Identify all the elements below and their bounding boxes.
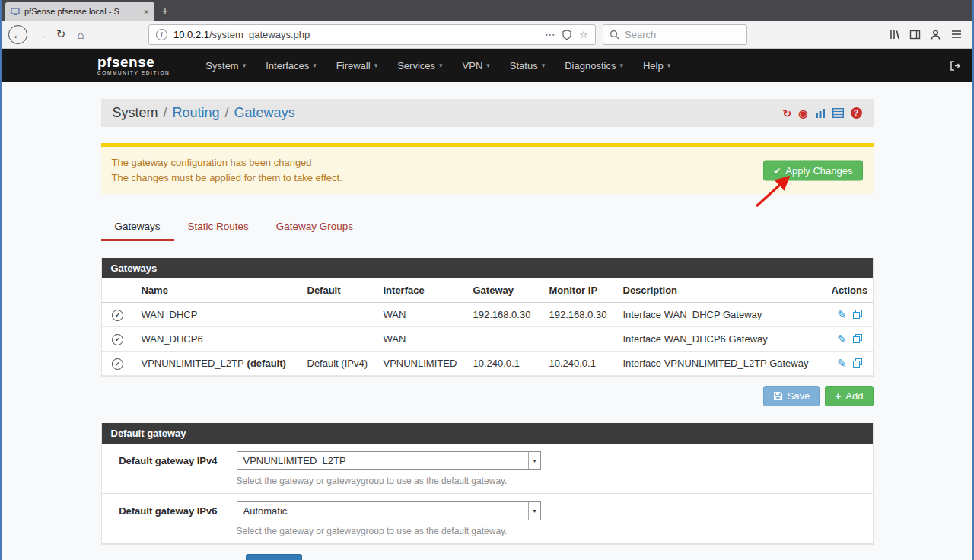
cell-interface: VPNUNLIMITED: [376, 352, 466, 376]
edit-icon[interactable]: ✎: [837, 309, 847, 320]
apply-changes-button[interactable]: ✔ Apply Changes: [763, 161, 862, 181]
copy-icon[interactable]: [853, 358, 862, 368]
ipv4-gateway-row: Default gateway IPv4 VPNUNLIMITED_L2TP ▾…: [102, 444, 873, 494]
cell-gateway: 10.240.0.1: [466, 352, 542, 376]
bookmark-star-icon[interactable]: ☆: [579, 29, 588, 40]
chevron-down-icon: ▾: [667, 62, 671, 69]
breadcrumb-gateways[interactable]: Gateways: [234, 105, 295, 121]
chevron-down-icon: ▾: [486, 62, 490, 69]
pfsense-logo-text: pfsense: [97, 55, 170, 69]
chevron-down-icon: ▾: [439, 62, 443, 69]
col-description: Description: [616, 278, 824, 303]
tab-gateway-groups[interactable]: Gateway Groups: [263, 214, 367, 241]
apply-changes-alert: The gateway configuration has been chang…: [101, 143, 874, 194]
ipv6-gateway-value: Automatic: [244, 505, 288, 517]
shield-icon[interactable]: [562, 30, 571, 40]
pfsense-logo[interactable]: pfsense COMMUNITY EDITION: [97, 55, 170, 76]
nav-item-status[interactable]: Status▾: [500, 60, 555, 72]
cell-gateway: 192.168.0.30: [466, 303, 542, 327]
cell-name: VPNUNLIMITED_L2TP(default): [134, 352, 300, 376]
url-host: 10.0.2.1: [173, 29, 209, 40]
forward-button[interactable]: →: [31, 24, 51, 44]
col-actions: Actions: [824, 278, 873, 303]
ipv6-gateway-label: Default gateway IPv6: [102, 501, 237, 536]
alert-line-2: The changes must be applied for them to …: [112, 170, 863, 186]
plus-icon: +: [835, 391, 841, 402]
save-button[interactable]: Save: [246, 554, 303, 560]
cell-default: Default (IPv4): [300, 352, 376, 376]
gateway-enabled-icon: ✔: [112, 334, 123, 345]
url-bar[interactable]: i 10.0.2.1/system_gateways.php ⋯ ☆: [148, 24, 596, 45]
copy-icon[interactable]: [853, 310, 862, 319]
nav-item-vpn[interactable]: VPN▾: [453, 60, 500, 72]
col-default: Default: [300, 278, 376, 303]
save-order-button[interactable]: Save: [763, 386, 820, 406]
chevron-down-icon: ▾: [313, 62, 317, 69]
nav-item-diagnostics[interactable]: Diagnostics▾: [555, 60, 633, 72]
page-actions-icon[interactable]: ⋯: [545, 29, 555, 40]
cell-monitor-ip: 10.240.0.1: [542, 352, 616, 376]
table-row: ✔ VPNUNLIMITED_L2TP(default) Default (IP…: [102, 352, 873, 376]
search-icon: [610, 30, 619, 40]
edit-icon[interactable]: ✎: [837, 333, 847, 345]
refresh-icon[interactable]: ↻: [783, 107, 792, 119]
pfsense-nav-items: System▾ Interfaces▾ Firewall▾ Services▾ …: [196, 60, 680, 72]
status-icon[interactable]: ◉: [798, 107, 807, 119]
page-tabs: Gateways Static Routes Gateway Groups: [101, 214, 874, 241]
ipv6-gateway-select[interactable]: Automatic ▾: [237, 501, 541, 520]
account-icon[interactable]: [930, 29, 941, 40]
reload-button[interactable]: ↻: [51, 24, 71, 44]
pfsense-navbar: pfsense COMMUNITY EDITION System▾ Interf…: [2, 49, 972, 82]
log-icon[interactable]: [832, 108, 844, 118]
new-tab-button[interactable]: +: [154, 2, 176, 21]
nav-item-system[interactable]: System▾: [196, 60, 256, 72]
cell-interface: WAN: [376, 303, 466, 327]
copy-icon[interactable]: [853, 334, 862, 343]
chevron-down-icon: ▾: [542, 62, 546, 69]
tab-close-icon[interactable]: ×: [143, 7, 149, 17]
col-name: Name: [134, 278, 300, 303]
back-button[interactable]: ←: [8, 25, 27, 44]
floppy-icon: [773, 391, 783, 401]
ipv4-gateway-help: Select the gateway or gatewaygroup to us…: [237, 476, 873, 486]
site-info-icon[interactable]: i: [156, 29, 167, 40]
breadcrumb-routing[interactable]: Routing: [173, 105, 220, 121]
screen: pfSense.pfsense.local - S × + ← → ↻ ⌂ i …: [0, 0, 974, 560]
browser-toolbar: ← → ↻ ⌂ i 10.0.2.1/system_gateways.php ⋯…: [2, 21, 972, 49]
browser-titlebar: pfSense.pfsense.local - S × +: [2, 0, 972, 21]
tab-gateways[interactable]: Gateways: [101, 214, 174, 241]
default-gateway-panel: Default gateway Default gateway IPv4 VPN…: [101, 423, 874, 545]
library-icon[interactable]: [889, 29, 900, 40]
ipv4-gateway-value: VPNUNLIMITED_L2TP: [244, 455, 346, 466]
cell-default: [300, 303, 376, 327]
search-bar[interactable]: Search: [603, 24, 747, 45]
help-icon[interactable]: ?: [851, 107, 862, 119]
nav-item-interfaces[interactable]: Interfaces▾: [256, 60, 326, 72]
menu-icon[interactable]: [950, 29, 963, 40]
tab-static-routes[interactable]: Static Routes: [174, 214, 263, 241]
sidebar-icon[interactable]: [909, 29, 921, 40]
url-path: /system_gateways.php: [209, 29, 310, 40]
cell-description: Interface WAN_DHCP6 Gateway: [616, 327, 824, 352]
logout-icon[interactable]: [949, 60, 961, 72]
breadcrumb-system: System: [113, 105, 158, 121]
check-icon: ✔: [773, 165, 781, 176]
alert-line-1: The gateway configuration has been chang…: [112, 155, 863, 170]
browser-tab[interactable]: pfSense.pfsense.local - S ×: [5, 2, 154, 21]
edit-icon[interactable]: ✎: [837, 358, 847, 369]
nav-item-firewall[interactable]: Firewall▾: [326, 60, 387, 72]
monitor-graph-icon[interactable]: [815, 108, 826, 118]
table-header-row: Name Default Interface Gateway Monitor I…: [102, 278, 873, 303]
nav-item-services[interactable]: Services▾: [387, 60, 452, 72]
ipv4-gateway-label: Default gateway IPv4: [102, 451, 237, 486]
gateways-panel-title: Gateways: [102, 258, 873, 278]
home-button[interactable]: ⌂: [71, 24, 91, 44]
add-gateway-button[interactable]: + Add: [825, 386, 873, 406]
search-placeholder: Search: [625, 29, 656, 40]
table-row: ✔ WAN_DHCP WAN 192.168.0.30 192.168.0.30…: [102, 303, 873, 327]
cell-interface: WAN: [376, 327, 466, 352]
gateway-enabled-icon: ✔: [112, 310, 123, 321]
chevron-down-icon: ▾: [243, 62, 247, 69]
nav-item-help[interactable]: Help▾: [633, 60, 680, 72]
ipv4-gateway-select[interactable]: VPNUNLIMITED_L2TP ▾: [237, 451, 541, 470]
